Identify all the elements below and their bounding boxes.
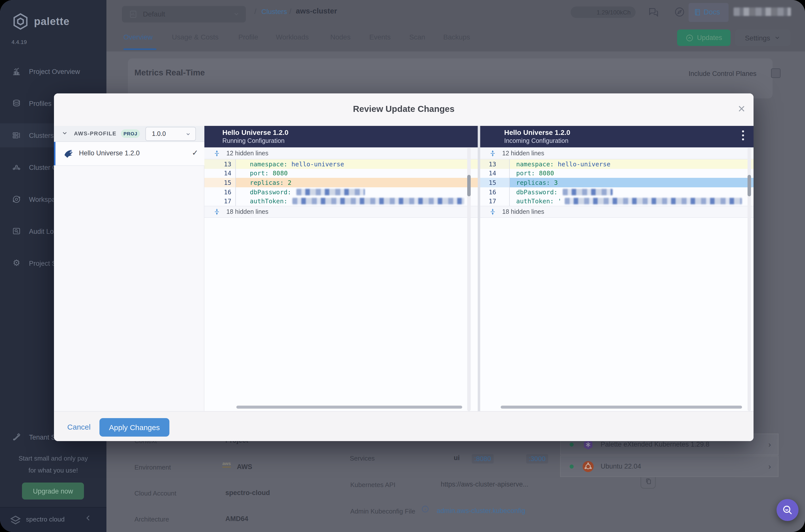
credits-meter: 1.29/100kCh bbox=[570, 6, 636, 18]
panel-divider bbox=[478, 126, 480, 411]
yaml-key: replicas: bbox=[516, 179, 550, 186]
line-number: 13 bbox=[204, 159, 236, 169]
chevron-down-icon bbox=[233, 11, 240, 18]
line-number: 17 bbox=[204, 196, 236, 206]
code-line: 17 authToken:' bbox=[480, 196, 753, 206]
panel-subtitle: Incoming Configuration bbox=[504, 137, 568, 144]
chevron-right-icon: › bbox=[768, 462, 771, 471]
horizontal-scrollbar[interactable] bbox=[236, 406, 462, 408]
chevron-down-icon bbox=[185, 131, 191, 137]
settings-label: Settings bbox=[745, 34, 770, 42]
detail-label: Architecture bbox=[134, 515, 169, 523]
close-icon[interactable]: × bbox=[733, 99, 751, 117]
hidden-lines-label: 18 hidden lines bbox=[502, 208, 544, 215]
tab-profile[interactable]: Profile bbox=[238, 33, 258, 41]
docs-label: Docs bbox=[704, 8, 720, 16]
metrics-card bbox=[128, 58, 772, 98]
spectro-cloud-logo bbox=[9, 514, 22, 527]
detail-value: spectro-cloud bbox=[225, 489, 270, 496]
gear-icon: ⚙ bbox=[12, 259, 21, 268]
modal-title: Review Update Changes bbox=[54, 104, 753, 114]
service-port-link[interactable]: :8080 bbox=[472, 454, 494, 463]
incoming-config-editor: 12 hidden lines 13 namespace:hello-unive… bbox=[480, 147, 753, 411]
panel-title: Hello Universe 1.2.0 bbox=[504, 128, 570, 136]
pack-row[interactable]: Ubuntu 22.04 › bbox=[560, 456, 779, 477]
docs-button[interactable]: Docs bbox=[689, 3, 729, 22]
hidden-lines-expander[interactable]: 12 hidden lines bbox=[480, 147, 753, 159]
circle-up-icon bbox=[686, 34, 694, 42]
compass-icon[interactable] bbox=[674, 6, 685, 18]
line-number: 16 bbox=[204, 187, 236, 196]
include-control-planes-label: Include Control Planes bbox=[689, 70, 756, 77]
pack-list-item-selected[interactable]: Hello Universe 1.2.0 ✓ bbox=[54, 142, 204, 166]
status-dot bbox=[570, 442, 574, 446]
service-port-link[interactable]: :3000 bbox=[526, 454, 548, 463]
running-config-header: Hello Universe 1.2.0 Running Configurati… bbox=[204, 126, 478, 147]
help-widget-button[interactable] bbox=[776, 499, 799, 521]
service-name: ui bbox=[454, 454, 460, 461]
yaml-value: 2 bbox=[287, 179, 291, 186]
code-line-added: 15 replicas:3 bbox=[480, 178, 753, 187]
tab-events[interactable]: Events bbox=[369, 33, 391, 41]
chat-icon[interactable] bbox=[647, 6, 659, 18]
breadcrumb-current: aws-cluster bbox=[296, 6, 337, 15]
tab-backups[interactable]: Backups bbox=[443, 33, 470, 41]
hidden-lines-label: 12 hidden lines bbox=[502, 150, 544, 157]
cancel-button[interactable]: Cancel bbox=[64, 420, 94, 434]
kebab-menu-icon[interactable] bbox=[742, 130, 744, 140]
tab-scan[interactable]: Scan bbox=[409, 33, 425, 41]
profile-version-value: 1.0.0 bbox=[152, 130, 166, 137]
code-line: 16 dbPassword: bbox=[204, 187, 478, 196]
chevron-down-icon bbox=[61, 130, 68, 136]
horizontal-scrollbar[interactable] bbox=[501, 406, 742, 408]
credits-label: 1.29/100kCh bbox=[597, 9, 631, 16]
metrics-title: Metrics Real-Time bbox=[134, 68, 205, 77]
line-number: 16 bbox=[480, 187, 510, 196]
user-name-redacted[interactable] bbox=[733, 7, 791, 16]
kubeconfig-link[interactable]: admin.aws-cluster.kubeconfig bbox=[437, 507, 525, 514]
hidden-lines-expander[interactable]: 12 hidden lines bbox=[204, 147, 478, 159]
tab-nodes[interactable]: Nodes bbox=[330, 33, 351, 41]
profile-list-background bbox=[54, 166, 204, 411]
breadcrumb-link-clusters[interactable]: Clusters bbox=[261, 7, 287, 16]
project-selector[interactable]: Default bbox=[122, 6, 246, 22]
sidebar-item-project-overview[interactable]: Project Overview bbox=[0, 63, 107, 80]
vertical-scrollbar-thumb[interactable] bbox=[467, 175, 471, 196]
audit-magnifier-icon bbox=[12, 227, 21, 236]
hidden-lines-expander[interactable]: 18 hidden lines bbox=[480, 206, 753, 218]
scope-badge: PROJ bbox=[121, 129, 140, 138]
include-control-planes-checkbox[interactable] bbox=[771, 69, 781, 78]
redacted-value bbox=[563, 189, 613, 195]
tab-usage-costs[interactable]: Usage & Costs bbox=[172, 33, 219, 41]
yaml-key: port: bbox=[516, 170, 535, 177]
tools-icon bbox=[12, 433, 21, 442]
apply-changes-button[interactable]: Apply Changes bbox=[99, 418, 169, 437]
profile-version-select[interactable]: 1.0.0 bbox=[145, 127, 196, 141]
updates-button[interactable]: Updates bbox=[677, 30, 731, 46]
hidden-lines-label: 12 hidden lines bbox=[226, 150, 268, 157]
hidden-lines-expander[interactable]: 18 hidden lines bbox=[204, 206, 478, 218]
chart-icon bbox=[12, 67, 21, 76]
detail-value: AMD64 bbox=[225, 515, 248, 522]
yaml-key: namespace: bbox=[250, 160, 287, 168]
services-label: Services bbox=[350, 455, 375, 462]
breadcrumb-separator: / bbox=[289, 7, 291, 16]
tab-workloads[interactable]: Workloads bbox=[276, 33, 309, 41]
yaml-value: 3 bbox=[554, 179, 558, 186]
collapse-chevron-icon[interactable] bbox=[84, 514, 93, 522]
yaml-value: 8080 bbox=[539, 170, 554, 177]
line-number: 14 bbox=[480, 169, 510, 178]
screenshot-stage: Default / Clusters / aws-cluster 1.29/10… bbox=[0, 0, 805, 532]
brand-version: 4.4.19 bbox=[12, 39, 27, 45]
line-number: 14 bbox=[204, 169, 236, 178]
vertical-scrollbar-thumb[interactable] bbox=[748, 175, 751, 196]
settings-button[interactable]: Settings bbox=[735, 30, 790, 46]
yaml-key: dbPassword: bbox=[516, 188, 558, 195]
active-tab-underline bbox=[124, 49, 156, 50]
upgrade-button[interactable]: Upgrade now bbox=[22, 482, 84, 499]
tab-overview[interactable]: Overview bbox=[124, 33, 153, 41]
detail-label: Environment bbox=[134, 463, 171, 471]
profile-section-header[interactable]: AWS-PROFILE PROJ 1.0.0 bbox=[54, 126, 204, 142]
server-icon bbox=[12, 131, 21, 140]
top-bar: Default / Clusters / aws-cluster 1.29/10… bbox=[107, 0, 805, 52]
